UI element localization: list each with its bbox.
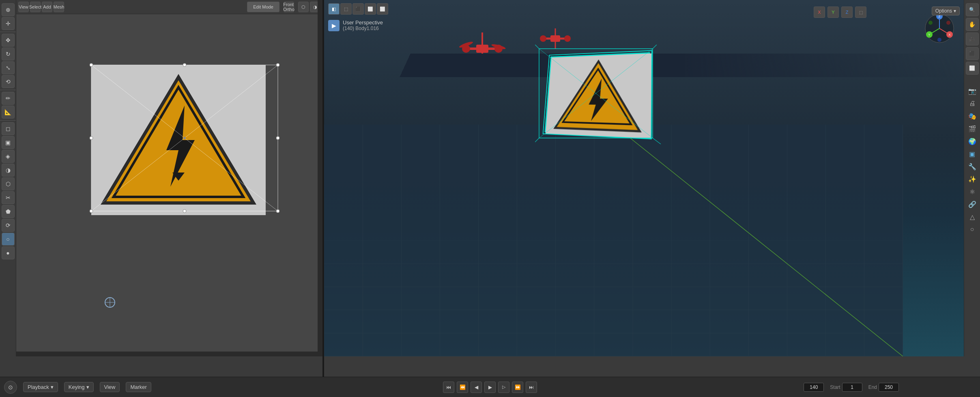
svg-point-53 <box>540 35 546 42</box>
lv-ortho-btn[interactable]: Front Ortho <box>284 2 294 12</box>
end-frame-field[interactable]: 250 <box>879 383 899 392</box>
transform-tool-btn[interactable]: ⟲ <box>2 75 15 88</box>
rendered-mode-btn[interactable]: ⬛ <box>352 3 364 15</box>
svg-point-54 <box>564 35 571 42</box>
svg-point-15 <box>276 136 279 140</box>
drone-3d-2 <box>535 22 576 56</box>
next-keyframe-btn[interactable]: ⏩ <box>512 382 523 393</box>
current-frame-field[interactable]: 140 <box>804 383 824 392</box>
measure-tool-btn[interactable]: 📐 <box>2 106 15 119</box>
hand-btn[interactable]: ✋ <box>966 18 979 31</box>
svg-point-9 <box>276 63 279 67</box>
prev-keyframe-btn[interactable]: ⏪ <box>457 382 468 393</box>
lv-mode-btn[interactable]: Edit Mode <box>247 2 279 12</box>
lv-mesh-btn[interactable]: Mesh <box>54 2 64 12</box>
start-frame-field[interactable]: 1 <box>842 383 862 392</box>
cursor-tool-btn[interactable]: ✛ <box>2 17 15 30</box>
keying-btn[interactable]: Keying ▾ <box>64 382 94 392</box>
polypen-btn[interactable]: ⬟ <box>2 205 15 218</box>
next-frame-btn[interactable]: ▷ <box>498 382 509 393</box>
material-props-btn[interactable]: ○ <box>966 223 978 235</box>
shrink-btn[interactable]: ● <box>2 246 15 259</box>
prev-frame-btn[interactable]: ◀ <box>471 382 482 393</box>
object-props-btn[interactable]: ▣ <box>966 148 978 160</box>
play-btn[interactable]: ▶ <box>484 382 496 393</box>
frame-info: 140 Start 1 End 250 <box>804 383 899 392</box>
end-label: End <box>868 384 877 390</box>
right-viewport-toolbar: ◧ ⬚ ⬛ ⬜ ⬜ X Y Z ⬚ Options ▾ <box>324 3 980 15</box>
local-global-btn[interactable]: ⬚ <box>855 6 866 18</box>
world-props-btn[interactable]: 🌍 <box>966 135 978 147</box>
modifier-props-btn[interactable]: 🔧 <box>966 160 978 173</box>
scene-icon[interactable]: ⊙ <box>4 381 17 394</box>
svg-point-74 <box>937 38 941 42</box>
spin-btn[interactable]: ⟳ <box>2 219 15 232</box>
grid-floor-svg <box>324 125 903 356</box>
lv-view-btn[interactable]: View <box>18 2 29 12</box>
marker-label: Marker <box>130 384 146 390</box>
svg-rect-55 <box>550 35 560 42</box>
view-btn[interactable]: View <box>100 382 120 392</box>
smooth-btn[interactable]: ○ <box>2 233 15 246</box>
move-tool-btn[interactable]: ✥ <box>2 34 15 47</box>
viewlayer-props-btn[interactable]: 🎭 <box>966 110 978 122</box>
playback-controls: ⏮ ⏪ ◀ ▶ ▷ ⏩ ⏭ <box>443 382 537 393</box>
select-tool-btn[interactable]: ⊕ <box>2 3 15 16</box>
left-viewport-scrollbar-right[interactable] <box>318 0 322 356</box>
particles-props-btn[interactable]: ✨ <box>966 173 978 185</box>
warning-sign-svg <box>91 65 266 215</box>
playback-arrow: ▾ <box>51 384 54 390</box>
camera-view-btn[interactable]: 🎥 <box>966 32 979 45</box>
object-label: (140) Body1.016 <box>343 26 383 31</box>
right-side-tools: 🔍 ✋ 🎥 ⬛ ⬜ 📷 🖨 🎭 🎬 🌍 ▣ 🔧 ✨ ⚛ 🔗 <box>964 0 980 356</box>
left-toolbar: ⊕ ✛ ✥ ↻ ⤡ ⟲ ✏ 📐 ◻ ▣ ◈ ◑ ⬡ ✂ ⬟ ⟳ ○ ● <box>0 0 16 356</box>
annotate-tool-btn[interactable]: ✏ <box>2 92 15 105</box>
marker-btn[interactable]: Marker <box>126 382 151 392</box>
scene-props-btn[interactable]: 🎬 <box>966 123 978 135</box>
start-frame-group: Start 1 <box>830 383 862 392</box>
add-cube-btn[interactable]: ◻ <box>2 122 15 135</box>
shading-btn[interactable]: ⬜ <box>966 62 979 75</box>
constraints-props-btn[interactable]: 🔗 <box>966 198 978 210</box>
playback-btn[interactable]: Playback ▾ <box>23 382 58 392</box>
wireframe-mode-btn[interactable]: ⬜ <box>365 3 376 15</box>
solid-mode-btn[interactable]: ◧ <box>328 3 340 15</box>
viewport-info: ▶ User Perspective (140) Body1.016 <box>328 19 383 31</box>
rotate-tool-btn[interactable]: ↻ <box>2 47 15 60</box>
material-mode-btn[interactable]: ⬚ <box>340 3 352 15</box>
sign-3d-container <box>543 53 649 134</box>
options-btn[interactable]: Options ▾ <box>932 6 960 15</box>
options-arrow: ▾ <box>954 8 956 14</box>
current-frame-group: 140 <box>804 383 824 392</box>
inset-btn[interactable]: ◈ <box>2 150 15 163</box>
render-view-btn[interactable]: ⬛ <box>966 47 979 60</box>
knife-btn[interactable]: ✂ <box>2 191 15 204</box>
nav-gizmo[interactable]: Z X Y <box>923 12 956 45</box>
axis-y-btn[interactable]: Y <box>827 6 839 18</box>
dark-bar <box>400 54 969 77</box>
axis-z-btn[interactable]: Z <box>841 6 853 18</box>
view-label: View <box>104 384 116 390</box>
xray-mode-btn[interactable]: ⬜ <box>377 3 388 15</box>
left-viewport-scrollbar-bottom[interactable] <box>0 352 322 356</box>
jump-start-btn[interactable]: ⏮ <box>443 382 454 393</box>
svg-rect-50 <box>476 45 488 53</box>
lv-add-btn[interactable]: Add <box>42 2 52 12</box>
data-props-btn[interactable]: △ <box>966 211 978 223</box>
axis-x-btn[interactable]: X <box>814 6 825 18</box>
warning-sign-panel <box>91 65 266 215</box>
viewport-area: ⊕ ✛ ✥ ↻ ⤡ ⟲ ✏ 📐 ◻ ▣ ◈ ◑ ⬡ ✂ ⬟ ⟳ ○ ● <box>0 0 980 377</box>
lv-select-btn[interactable]: Select <box>30 2 41 12</box>
svg-point-76 <box>928 21 933 25</box>
status-bar: ⊙ Playback ▾ Keying ▾ View Marker ⏮ ⏪ ◀ <box>0 377 980 397</box>
jump-end-btn[interactable]: ⏭ <box>526 382 537 393</box>
extrude-btn[interactable]: ▣ <box>2 136 15 149</box>
lv-overlay-btn[interactable]: ⬡ <box>298 2 309 12</box>
output-props-btn[interactable]: 🖨 <box>966 97 978 110</box>
scale-tool-btn[interactable]: ⤡ <box>2 61 15 74</box>
physics-props-btn[interactable]: ⚛ <box>966 186 978 198</box>
loop-cut-btn[interactable]: ⬡ <box>2 177 15 190</box>
left-viewport-top-toolbar: View Select Add Mesh Edit Mode Front Ort… <box>16 0 322 14</box>
render-props-btn[interactable]: 📷 <box>966 85 978 97</box>
bevel-btn[interactable]: ◑ <box>2 164 15 177</box>
